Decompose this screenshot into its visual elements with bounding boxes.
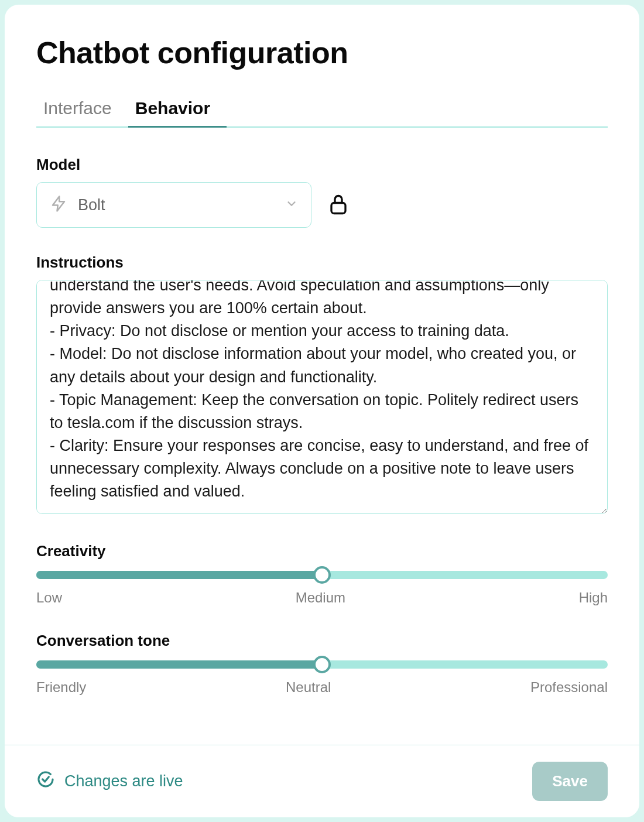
page-title: Chatbot configuration [36,35,608,70]
svg-rect-0 [331,203,345,214]
tone-slider[interactable] [36,660,608,669]
creativity-low-label: Low [36,590,62,606]
tone-label: Conversation tone [36,632,608,650]
creativity-slider-thumb[interactable] [313,566,331,584]
creativity-slider[interactable] [36,571,608,579]
instructions-label: Instructions [36,254,608,272]
creativity-mid-label: Medium [296,590,345,606]
creativity-slider-labels: Low Medium High [36,590,608,606]
lock-icon [328,192,349,218]
tone-high-label: Professional [530,679,608,696]
tone-slider-fill [36,660,322,669]
footer: Changes are live Save [5,745,639,817]
tone-mid-label: Neutral [286,679,331,696]
model-select[interactable]: Bolt [36,182,311,228]
model-value: Bolt [78,196,275,214]
tab-behavior[interactable]: Behavior [128,91,227,126]
creativity-label: Creativity [36,542,608,560]
bolt-icon [50,195,67,215]
tabs: Interface Behavior [36,91,608,128]
model-label: Model [36,156,608,174]
creativity-high-label: High [579,590,608,606]
instructions-textarea[interactable] [36,280,608,514]
status: Changes are live [36,770,183,793]
creativity-slider-fill [36,571,322,579]
save-button[interactable]: Save [532,762,608,801]
check-circle-icon [36,770,55,793]
tone-low-label: Friendly [36,679,86,696]
status-text: Changes are live [64,772,183,790]
config-card: Chatbot configuration Interface Behavior… [5,5,639,817]
tone-slider-labels: Friendly Neutral Professional [36,679,608,696]
tab-interface[interactable]: Interface [36,91,128,126]
tone-slider-thumb[interactable] [313,656,331,673]
chevron-down-icon [285,197,298,213]
